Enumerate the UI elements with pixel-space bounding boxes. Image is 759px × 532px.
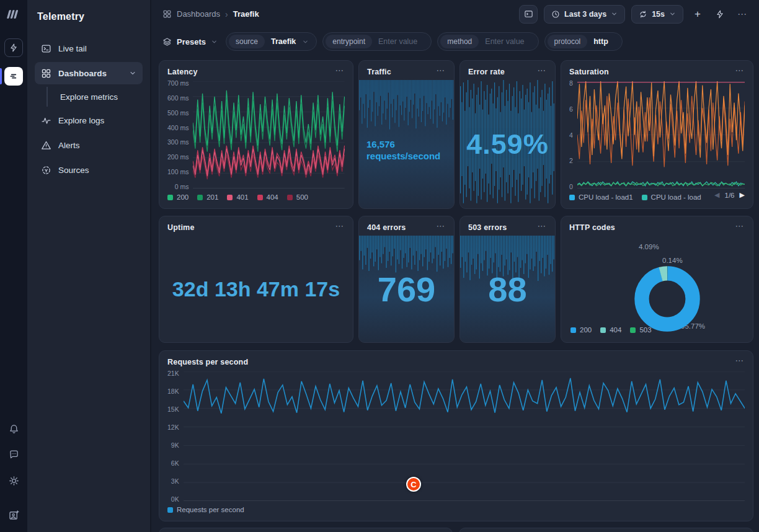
presets-label: Presets (177, 37, 206, 47)
layers-icon (162, 37, 172, 47)
legend-item[interactable]: 404 (600, 326, 621, 334)
theme-toggle-button[interactable] (6, 472, 22, 489)
filter-pill-protocol[interactable]: protocol http (544, 32, 623, 51)
presets-button[interactable]: Presets (160, 37, 220, 47)
sidebar-item-explore-logs[interactable]: Explore logs (35, 109, 143, 131)
donut-label-404: 4.09% (639, 243, 659, 250)
page-indicator: 1/6 (725, 192, 735, 199)
sidebar-item-sources[interactable]: Sources (35, 159, 143, 181)
panel-saturation: Saturation ⋯ 86420 CPU load - load1CPU l… (561, 60, 753, 209)
notifications-button[interactable] (6, 420, 22, 437)
panel-latency: Latency ⋯ 700 ms600 ms500 ms400 ms300 ms… (159, 60, 353, 209)
legend-item[interactable]: 201 (197, 193, 218, 201)
actions-button[interactable] (712, 6, 728, 22)
bolt-icon (716, 10, 724, 19)
404-errors-chart: 769 (359, 236, 454, 342)
app-window: Telemetry Live tail Dashboards Explore m… (0, 0, 759, 532)
filter-pill-method[interactable]: method Enter value (437, 32, 538, 51)
bolt-icon (9, 43, 18, 52)
filter-pill-source[interactable]: source Traefik (226, 32, 317, 51)
dashboards-submenu: Explore metrics (47, 87, 143, 107)
account-button[interactable] (6, 507, 22, 523)
sidebar-item-dashboards[interactable]: Dashboards (35, 62, 143, 84)
telemetry-app-button[interactable] (4, 67, 23, 86)
panel-uptime: Uptime ⋯ 32d 13h 47m 17s (159, 216, 353, 343)
pulse-icon (41, 115, 51, 126)
filter-value: Traefik (265, 37, 302, 46)
panel-title: Saturation (569, 68, 609, 76)
traffic-chart: 16,576 requests/second (359, 80, 454, 208)
legend-pager: ◀ 1/6 ▶ (714, 191, 745, 199)
legend-item[interactable]: 200 (570, 326, 592, 334)
icon-rail (0, 0, 27, 532)
panel-menu-button[interactable]: ⋯ (735, 68, 745, 73)
plus-icon: + (695, 9, 701, 19)
dashboards-grid-icon (41, 68, 51, 79)
panel-title: Requests per second (167, 358, 248, 366)
panel-menu-button[interactable]: ⋯ (735, 358, 745, 363)
add-panel-button[interactable]: + (690, 6, 706, 22)
legend-item[interactable]: CPU load - load1 (569, 193, 633, 201)
panel-menu-button[interactable]: ⋯ (335, 68, 345, 73)
topbar: Dashboards › Traefik Last 3 days (153, 0, 759, 28)
breadcrumb-section[interactable]: Dashboards (177, 9, 220, 19)
panel-menu-button[interactable]: ⋯ (437, 223, 446, 228)
more-menu-button[interactable]: ⋯ (734, 6, 750, 22)
traffic-value: 16,576 (366, 139, 440, 151)
panel-503-errors: 503 errors ⋯ 88 (459, 216, 556, 343)
add-account-icon (8, 510, 19, 521)
sidebar-item-explore-metrics[interactable]: Explore metrics (48, 87, 143, 107)
sidebar-item-live-tail[interactable]: Live tail (35, 37, 143, 60)
sidebar-item-label: Explore metrics (60, 92, 118, 102)
panel-title: 404 errors (367, 223, 406, 232)
feedback-button[interactable] (6, 446, 22, 463)
filter-input-placeholder[interactable]: Enter value (479, 37, 530, 46)
latency-legend[interactable]: 200201401404500 (167, 193, 345, 202)
panel-menu-button[interactable]: ⋯ (735, 223, 745, 228)
logo-icon[interactable] (6, 7, 22, 21)
filter-pill-entrypoint[interactable]: entrypoint Enter value (322, 32, 432, 51)
quick-actions-button[interactable] (4, 38, 23, 57)
legend-item[interactable]: CPU load - load (642, 193, 701, 201)
time-range-button[interactable]: Last 3 days (544, 5, 625, 24)
legend-item[interactable]: 500 (287, 193, 308, 201)
panel-title: 503 errors (468, 223, 507, 232)
breadcrumb-grid-icon (162, 9, 172, 19)
rps-legend[interactable]: Requests per second (167, 505, 745, 514)
chevron-down-icon (302, 38, 309, 45)
refresh-interval-value: 15s (652, 10, 665, 19)
legend-item[interactable]: 404 (257, 193, 278, 201)
y-axis-labels: 700 ms600 ms500 ms400 ms300 ms200 ms100 … (167, 81, 193, 188)
saturation-legend[interactable]: CPU load - load1CPU load - load (569, 193, 701, 202)
console-panel-button[interactable] (519, 5, 538, 24)
panel-menu-button[interactable]: ⋯ (437, 68, 446, 73)
filter-label: source (229, 35, 265, 48)
legend-item[interactable]: Requests per second (167, 506, 244, 513)
prev-page-icon[interactable]: ◀ (714, 191, 719, 199)
panel-requests-per-second: Requests per second ⋯ 21K18K15K12K9K6K3K… (159, 350, 753, 521)
main-area: Dashboards › Traefik Last 3 days (153, 0, 759, 532)
panel-menu-button[interactable]: ⋯ (538, 223, 548, 228)
next-page-icon[interactable]: ▶ (740, 191, 745, 199)
error-rate-chart: 4.59% (460, 80, 555, 208)
filter-input-placeholder[interactable]: Enter value (372, 37, 424, 46)
ellipsis-icon: ⋯ (737, 12, 747, 16)
refresh-interval-button[interactable]: 15s (631, 5, 683, 24)
legend-item[interactable]: 401 (227, 193, 248, 201)
traffic-unit: requests/second (366, 151, 440, 162)
panel-menu-button[interactable]: ⋯ (335, 223, 345, 228)
legend-item[interactable]: 200 (167, 193, 189, 201)
panel-title: HTTP codes (569, 223, 615, 232)
panel-menu-button[interactable]: ⋯ (538, 68, 548, 73)
panel-stub-right (459, 528, 753, 532)
alert-triangle-icon (41, 140, 51, 151)
sidebar-item-alerts[interactable]: Alerts (35, 134, 143, 156)
sidebar-item-label: Explore logs (58, 116, 104, 125)
chevron-down-icon (129, 69, 136, 77)
latency-chart (193, 81, 345, 188)
chevron-down-icon (211, 38, 218, 45)
app-title: Telemetry (37, 11, 143, 22)
chevron-down-icon (611, 11, 618, 17)
sidebar-item-label: Dashboards (58, 69, 107, 78)
rps-chart (184, 371, 745, 501)
